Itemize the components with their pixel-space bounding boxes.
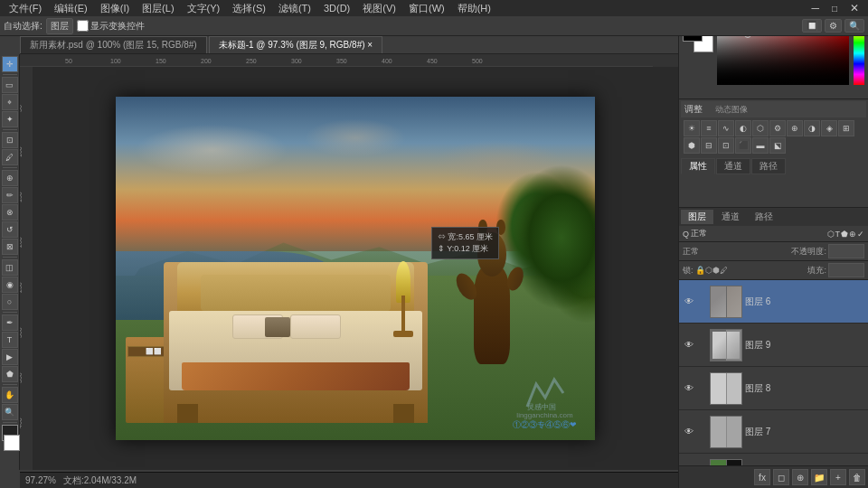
layer-group-button[interactable]: 📁 bbox=[811, 469, 827, 485]
options-type[interactable]: 图层 bbox=[46, 18, 73, 34]
layer-fx-button[interactable]: fx bbox=[754, 469, 770, 485]
tool-shape[interactable]: ⬟ bbox=[2, 366, 18, 382]
menu-file[interactable]: 文件(F) bbox=[4, 1, 47, 16]
window-maximize[interactable]: □ bbox=[826, 3, 843, 14]
tool-clone[interactable]: ⊗ bbox=[2, 204, 18, 221]
tool-history-brush[interactable]: ↺ bbox=[2, 221, 18, 238]
layer-adj-button[interactable]: ⊕ bbox=[792, 469, 808, 485]
canvas-content[interactable]: ⬜⬜ bbox=[116, 97, 595, 440]
tab-channels[interactable]: 通道 bbox=[716, 158, 750, 174]
menu-image[interactable]: 图像(I) bbox=[95, 1, 135, 16]
adj-vibrance[interactable]: ⬡ bbox=[752, 120, 769, 136]
tool-pen[interactable]: ✒ bbox=[2, 314, 18, 331]
tab-paths-2[interactable]: 路径 bbox=[748, 210, 780, 224]
tool-gradient[interactable]: ◫ bbox=[2, 259, 18, 276]
tool-hand[interactable]: ✋ bbox=[2, 387, 18, 403]
tab-layers[interactable]: 图层 bbox=[681, 210, 713, 224]
adj-colorbalance[interactable]: ⊕ bbox=[787, 120, 803, 136]
tool-text[interactable]: T bbox=[2, 332, 18, 348]
filter-icon-4[interactable]: ⊕ bbox=[849, 230, 856, 239]
window-close[interactable]: ✕ bbox=[844, 1, 864, 15]
tab-file1[interactable]: 新用素材.psd @ 100% (图层 15, RGB/8#) bbox=[20, 36, 207, 53]
layer-row[interactable]: 👁 图层 9 bbox=[679, 324, 868, 367]
adj-threshold[interactable]: ⬛ bbox=[735, 137, 751, 154]
tool-magic-wand[interactable]: ✦ bbox=[2, 111, 18, 127]
layer-eye-toggle[interactable]: 👁 bbox=[683, 339, 695, 352]
layer-eye-toggle[interactable]: 👁 bbox=[683, 382, 695, 395]
tab-properties[interactable]: 属性 bbox=[681, 158, 715, 174]
layer-row[interactable]: 👁 图层 8 bbox=[679, 367, 868, 410]
menu-filter[interactable]: 滤镜(T) bbox=[273, 1, 316, 16]
adj-curves[interactable]: ∿ bbox=[718, 120, 734, 136]
tool-zoom[interactable]: 🔍 bbox=[2, 404, 18, 420]
menu-help[interactable]: 帮助(H) bbox=[452, 1, 496, 16]
window-minimize[interactable]: ─ bbox=[806, 1, 825, 15]
svg-text:450: 450 bbox=[427, 58, 438, 64]
transform-checkbox[interactable] bbox=[77, 20, 89, 32]
svg-text:350: 350 bbox=[336, 58, 347, 64]
adj-channelmixer[interactable]: ⊞ bbox=[838, 120, 854, 136]
tool-brush[interactable]: ✏ bbox=[2, 187, 18, 203]
adj-posterize[interactable]: ⊡ bbox=[718, 137, 734, 154]
tool-crop[interactable]: ⊡ bbox=[2, 132, 18, 148]
tool-move[interactable]: ✛ bbox=[2, 56, 18, 72]
layers-panel: 图层 通道 路径 Q 正常 ⬡ T ⬟ ⊕ ✓ 正常 不透明度: 100% 锁:… bbox=[679, 208, 868, 488]
tab-channels-2[interactable]: 通道 bbox=[714, 210, 747, 224]
adj-exposure[interactable]: ◐ bbox=[735, 120, 751, 136]
layer-eye-toggle[interactable]: 👁 bbox=[683, 296, 695, 308]
tool-dodge[interactable]: ○ bbox=[2, 294, 18, 310]
menu-window[interactable]: 窗口(W) bbox=[403, 1, 450, 16]
menu-3d[interactable]: 3D(D) bbox=[318, 2, 355, 14]
adj-gradientmap[interactable]: ▬ bbox=[752, 137, 769, 154]
tool-spot-heal[interactable]: ⊕ bbox=[2, 170, 18, 186]
tab-paths[interactable]: 路径 bbox=[751, 158, 786, 174]
filter-icon-2[interactable]: T bbox=[835, 230, 841, 239]
tool-blur[interactable]: ◉ bbox=[2, 277, 18, 293]
tool-bg-color[interactable] bbox=[4, 435, 20, 451]
layer-row[interactable]: 👁 图层 6 bbox=[679, 280, 868, 324]
layer-delete-button[interactable]: 🗑 bbox=[849, 469, 865, 485]
svg-text:100: 100 bbox=[20, 146, 23, 157]
tool-marquee[interactable]: ▭ bbox=[2, 77, 18, 93]
left-toolbar: ✛ ▭ ⌖ ✦ ⊡ 🖊 ⊕ ✏ ⊗ ↺ ⊠ ◫ ◉ ○ ✒ T ▶ ⬟ ✋ 🔍 bbox=[0, 54, 20, 470]
tool-eyedropper[interactable]: 🖊 bbox=[2, 149, 18, 165]
adj-selective[interactable]: ⬕ bbox=[769, 137, 786, 154]
svg-text:350: 350 bbox=[20, 372, 23, 383]
adj-brightness[interactable]: ☀ bbox=[684, 120, 700, 136]
options-extra-1[interactable]: 🔲 bbox=[802, 19, 822, 33]
svg-text:50: 50 bbox=[65, 58, 72, 64]
tool-lasso[interactable]: ⌖ bbox=[2, 94, 18, 110]
menu-view[interactable]: 视图(V) bbox=[357, 1, 401, 16]
adj-hsl[interactable]: ⚙ bbox=[769, 120, 786, 136]
svg-text:灵感中国: 灵感中国 bbox=[527, 403, 556, 411]
svg-text:300: 300 bbox=[20, 327, 23, 338]
filter-icon-5[interactable]: ✓ bbox=[857, 230, 864, 239]
adj-levels[interactable]: ≡ bbox=[701, 120, 717, 136]
adj-bw[interactable]: ◑ bbox=[804, 120, 820, 136]
layer-link bbox=[698, 426, 707, 438]
menu-edit[interactable]: 编辑(E) bbox=[49, 1, 93, 16]
tool-eraser[interactable]: ⊠ bbox=[2, 239, 18, 255]
filter-icon-3[interactable]: ⬟ bbox=[841, 230, 848, 239]
adj-invert[interactable]: ⊟ bbox=[701, 137, 717, 154]
adj-title: 调整 动态图像 bbox=[681, 101, 866, 117]
layer-add-button[interactable]: + bbox=[830, 469, 846, 485]
tool-path-select[interactable]: ▶ bbox=[2, 349, 18, 365]
tab-file2[interactable]: 未标题-1 @ 97.3% (图层 9, RGB/8#) × bbox=[209, 36, 382, 53]
layer-eye-toggle[interactable]: 👁 bbox=[683, 426, 695, 438]
options-search[interactable]: 🔍 bbox=[844, 19, 864, 33]
layer-name: 图层 9 bbox=[745, 339, 864, 352]
layer-row[interactable]: 👁 图层 5 bbox=[679, 454, 868, 465]
menu-select[interactable]: 选择(S) bbox=[227, 1, 271, 16]
layer-row[interactable]: 👁 图层 7 bbox=[679, 410, 868, 454]
menu-layer[interactable]: 图层(L) bbox=[137, 1, 179, 16]
tool-separator-7 bbox=[3, 422, 17, 423]
adj-colorlookup[interactable]: ⬢ bbox=[684, 137, 700, 154]
options-extra-2[interactable]: ⚙ bbox=[825, 19, 842, 33]
fill-input[interactable]: 100% bbox=[828, 263, 864, 277]
menu-text[interactable]: 文字(Y) bbox=[182, 1, 226, 16]
opacity-input[interactable]: 100% bbox=[828, 244, 864, 258]
layer-mask-button[interactable]: ◻ bbox=[773, 469, 789, 485]
adj-photofilter[interactable]: ◈ bbox=[821, 120, 837, 136]
filter-icon-1[interactable]: ⬡ bbox=[827, 230, 835, 239]
